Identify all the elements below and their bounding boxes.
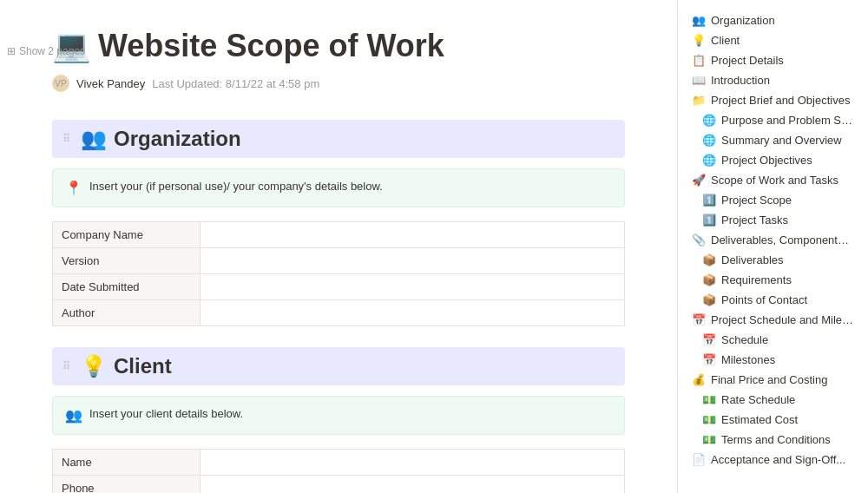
toggle-icon: ⊞ — [7, 45, 16, 57]
client-icon: 💡 — [81, 354, 107, 378]
sidebar-item-icon-18: 💰 — [692, 373, 706, 386]
sidebar-item-21[interactable]: 💵Terms and Conditions — [678, 430, 868, 450]
sidebar-item-icon-13: 📦 — [702, 273, 716, 286]
table-cell-label: Phone — [53, 476, 201, 494]
client-title: Client — [114, 354, 172, 378]
toggle-label: Show 2 pages — [19, 45, 85, 57]
sidebar-item-13[interactable]: 📦Requirements — [678, 270, 868, 290]
sidebar-item-2[interactable]: 📋Project Details — [678, 50, 868, 70]
table-cell-label: Company Name — [53, 222, 201, 248]
sidebar-item-7[interactable]: 🌐Project Objectives — [678, 150, 868, 170]
sidebar-item-icon-1: 💡 — [692, 34, 706, 47]
table-row: Name — [53, 450, 625, 476]
sidebar-item-0[interactable]: 👥Organization — [678, 10, 868, 30]
sidebar-item-icon-12: 📦 — [702, 253, 716, 266]
table-cell-label: Author — [53, 300, 201, 326]
sidebar-item-10[interactable]: 1️⃣Project Tasks — [678, 210, 868, 230]
sidebar-item-9[interactable]: 1️⃣Project Scope — [678, 190, 868, 210]
org-callout-icon: 📍 — [65, 180, 82, 196]
client-section: ⠿ 💡 Client 👥 Insert your client details … — [52, 347, 625, 493]
main-content: 💻 Website Scope of Work VP Vivek Pandey … — [0, 0, 677, 493]
sidebar-item-17[interactable]: 📅Milestones — [678, 350, 868, 370]
sidebar-item-icon-21: 💵 — [702, 433, 716, 446]
sidebar-item-1[interactable]: 💡Client — [678, 30, 868, 50]
sidebar-item-label-20: Estimated Cost — [721, 413, 798, 426]
table-cell-value[interactable] — [201, 300, 625, 326]
sidebar-item-icon-5: 🌐 — [702, 114, 716, 127]
sidebar-item-icon-3: 📖 — [692, 74, 706, 87]
table-cell-value[interactable] — [201, 248, 625, 274]
sidebar-item-label-3: Introduction — [711, 74, 770, 87]
sidebar-item-label-21: Terms and Conditions — [721, 433, 831, 446]
sidebar-item-label-8: Scope of Work and Tasks — [711, 174, 838, 187]
sidebar-item-icon-19: 💵 — [702, 393, 716, 406]
table-row: Company Name — [53, 222, 625, 248]
org-callout-text: Insert your (if personal use)/ your comp… — [89, 180, 383, 193]
sidebar-item-icon-22: 📄 — [692, 453, 706, 466]
sidebar-item-label-6: Summary and Overview — [721, 134, 842, 147]
sidebar-item-label-14: Points of Contact — [721, 293, 807, 306]
table-row: Version — [53, 248, 625, 274]
meta-info: VP Vivek Pandey Last Updated: 8/11/22 at… — [52, 75, 625, 92]
sidebar-item-16[interactable]: 📅Schedule — [678, 330, 868, 350]
sidebar-item-label-10: Project Tasks — [721, 214, 788, 227]
client-table: Name Phone Email Mailing Address — [52, 449, 625, 493]
sidebar-item-11[interactable]: 📎Deliverables, Components, & R... — [678, 230, 868, 250]
drag-handle-client[interactable]: ⠿ — [62, 360, 70, 372]
sidebar-item-label-12: Deliverables — [721, 253, 784, 266]
avatar: VP — [52, 75, 69, 92]
sidebar-item-15[interactable]: 📅Project Schedule and Milestones — [678, 310, 868, 330]
org-callout: 📍 Insert your (if personal use)/ your co… — [52, 168, 625, 207]
table-row: Author — [53, 300, 625, 326]
sidebar-item-label-13: Requirements — [721, 273, 792, 286]
sidebar-item-icon-4: 📁 — [692, 94, 706, 107]
client-callout-icon: 👥 — [65, 407, 82, 424]
sidebar-item-18[interactable]: 💰Final Price and Costing — [678, 370, 868, 390]
sidebar-item-label-0: Organization — [711, 14, 775, 27]
table-cell-label: Version — [53, 248, 201, 274]
sidebar-item-icon-2: 📋 — [692, 54, 706, 67]
sidebar-item-label-22: Acceptance and Sign-Off... — [711, 453, 845, 466]
drag-handle-org[interactable]: ⠿ — [62, 133, 70, 145]
sidebar-item-3[interactable]: 📖Introduction — [678, 70, 868, 90]
sidebar-item-label-1: Client — [711, 34, 740, 47]
sidebar-item-12[interactable]: 📦Deliverables — [678, 250, 868, 270]
client-callout-text: Insert your client details below. — [89, 407, 243, 420]
sidebar-item-label-16: Schedule — [721, 333, 768, 346]
sidebar-item-icon-9: 1️⃣ — [702, 194, 716, 207]
sidebar-item-label-17: Milestones — [721, 353, 775, 366]
author-name[interactable]: Vivek Pandey — [76, 77, 145, 90]
show-pages-toggle[interactable]: ⊞ Show 2 pages — [7, 45, 85, 57]
sidebar-item-6[interactable]: 🌐Summary and Overview — [678, 130, 868, 150]
sidebar-item-label-19: Rate Schedule — [721, 393, 795, 406]
org-title: Organization — [114, 127, 241, 151]
sidebar-item-14[interactable]: 📦Points of Contact — [678, 290, 868, 310]
table-row: Date Submitted — [53, 274, 625, 300]
sidebar-item-icon-6: 🌐 — [702, 134, 716, 147]
sidebar-item-8[interactable]: 🚀Scope of Work and Tasks — [678, 170, 868, 190]
table-row: Phone — [53, 476, 625, 494]
table-cell-value[interactable] — [201, 274, 625, 300]
sidebar-item-icon-8: 🚀 — [692, 174, 706, 187]
sidebar-item-5[interactable]: 🌐Purpose and Problem Statem... — [678, 110, 868, 130]
sidebar-item-20[interactable]: 💵Estimated Cost — [678, 410, 868, 430]
sidebar-item-icon-0: 👥 — [692, 14, 706, 27]
sidebar-item-label-2: Project Details — [711, 54, 784, 67]
sidebar-item-19[interactable]: 💵Rate Schedule — [678, 390, 868, 410]
sidebar-item-22[interactable]: 📄Acceptance and Sign-Off... — [678, 450, 868, 470]
sidebar-item-icon-10: 1️⃣ — [702, 214, 716, 227]
right-sidebar: 👥Organization💡Client📋Project Details📖Int… — [677, 0, 868, 493]
table-cell-value[interactable] — [201, 222, 625, 248]
table-cell-value[interactable] — [201, 450, 625, 476]
table-cell-value[interactable] — [201, 476, 625, 494]
sidebar-item-icon-20: 💵 — [702, 413, 716, 426]
sidebar-item-icon-7: 🌐 — [702, 154, 716, 167]
sidebar-item-label-5: Purpose and Problem Statem... — [721, 114, 854, 127]
sidebar-item-label-18: Final Price and Costing — [711, 373, 827, 386]
page-title-row: 💻 Website Scope of Work — [52, 28, 625, 64]
org-table: Company Name Version Date Submitted Auth… — [52, 221, 625, 326]
client-callout: 👥 Insert your client details below. — [52, 396, 625, 435]
page-title: Website Scope of Work — [98, 28, 444, 64]
client-header: ⠿ 💡 Client — [52, 347, 625, 385]
sidebar-item-4[interactable]: 📁Project Brief and Objectives — [678, 90, 868, 110]
